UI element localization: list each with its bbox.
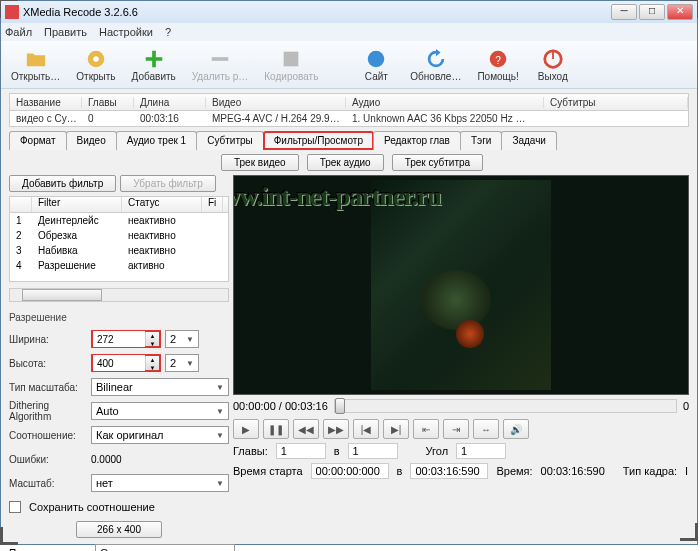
video-preview: www.int-net-partner.ru bbox=[233, 175, 689, 395]
video-frame bbox=[371, 180, 551, 390]
time-display: 00:00:00 / 00:03:16 bbox=[233, 400, 328, 412]
width-label: Ширина: bbox=[9, 334, 87, 345]
track-subtitle-button[interactable]: Трек субтитра bbox=[392, 154, 484, 171]
open-file-button[interactable]: Открыть… bbox=[7, 46, 64, 84]
corner-decor bbox=[0, 527, 18, 545]
height-label: Высота: bbox=[9, 358, 87, 369]
width-input[interactable]: ▲▼ bbox=[91, 330, 161, 348]
corner-decor bbox=[680, 523, 698, 541]
window-title: XMedia Recode 3.2.6.6 bbox=[23, 6, 611, 18]
titlebar: XMedia Recode 3.2.6.6 ─ □ ✕ bbox=[1, 1, 697, 23]
ratio-select[interactable]: Как оригинал▼ bbox=[91, 426, 229, 444]
add-button[interactable]: Добавить bbox=[128, 46, 180, 84]
svg-text:?: ? bbox=[495, 54, 501, 65]
height-input[interactable]: ▲▼ bbox=[91, 354, 161, 372]
dither-select[interactable]: Auto▼ bbox=[91, 402, 229, 420]
angle-value[interactable]: 1 bbox=[456, 443, 506, 459]
add-filter-button[interactable]: Добавить фильтр bbox=[9, 175, 116, 192]
filter-table: FilterСтатусFi 1Деинтерлейснеактивно 2Об… bbox=[9, 196, 229, 282]
svg-point-1 bbox=[93, 56, 99, 62]
start-time[interactable]: 00:00:00:000 bbox=[311, 463, 389, 479]
help-button[interactable]: ?Помощь! bbox=[473, 46, 522, 84]
tab-chapters[interactable]: Редактор глав bbox=[373, 131, 461, 150]
close-button[interactable]: ✕ bbox=[667, 4, 693, 20]
mark-out-button[interactable]: ⇥ bbox=[443, 419, 469, 439]
height-step-select[interactable]: 2▼ bbox=[165, 354, 199, 372]
svg-rect-8 bbox=[552, 49, 554, 58]
app-icon bbox=[5, 5, 19, 19]
svg-rect-3 bbox=[284, 51, 299, 66]
h-scrollbar[interactable] bbox=[9, 288, 229, 302]
update-button[interactable]: Обновле… bbox=[406, 46, 465, 84]
remove-button[interactable]: Удалить р… bbox=[188, 46, 253, 84]
scale-select[interactable]: Bilinear▼ bbox=[91, 378, 229, 396]
dest-select[interactable]: Сохранить в папку▼ bbox=[95, 544, 235, 551]
menu-edit[interactable]: Править bbox=[44, 26, 87, 38]
tab-format[interactable]: Формат bbox=[9, 131, 67, 150]
filter-row[interactable]: 2Обрезканеактивно bbox=[10, 228, 228, 243]
encode-button[interactable]: Кодировать bbox=[260, 46, 322, 84]
file-list-header: Название Главы Длина Видео Аудио Субтитр… bbox=[9, 93, 689, 111]
duration-value: 00:03:16:590 bbox=[541, 465, 605, 477]
maximize-button[interactable]: □ bbox=[639, 4, 665, 20]
remove-filter-button[interactable]: Убрать фильтр bbox=[120, 175, 216, 192]
end-time[interactable]: 00:03:16:590 bbox=[410, 463, 488, 479]
svg-rect-2 bbox=[212, 57, 229, 61]
tab-filters-preview[interactable]: Фильтры/Просмотр bbox=[263, 131, 374, 150]
seek-slider[interactable] bbox=[334, 399, 677, 413]
minimize-button[interactable]: ─ bbox=[611, 4, 637, 20]
resolution-section: Разрешение bbox=[9, 312, 229, 323]
menu-help[interactable]: ? bbox=[165, 26, 171, 38]
sound-button[interactable]: 🔊 bbox=[503, 419, 529, 439]
prev-button[interactable]: ◀◀ bbox=[293, 419, 319, 439]
track-video-button[interactable]: Трек видео bbox=[221, 154, 299, 171]
zoom-select[interactable]: нет▼ bbox=[91, 474, 229, 492]
track-audio-button[interactable]: Трек аудио bbox=[307, 154, 384, 171]
next-button[interactable]: ▶▶ bbox=[323, 419, 349, 439]
filter-row[interactable]: 1Деинтерлейснеактивно bbox=[10, 213, 228, 228]
menu-settings[interactable]: Настройки bbox=[99, 26, 153, 38]
tab-subtitles[interactable]: Субтитры bbox=[196, 131, 264, 150]
tab-jobs[interactable]: Задачи bbox=[501, 131, 557, 150]
tab-tags[interactable]: Тэги bbox=[460, 131, 502, 150]
file-list-row[interactable]: видео с Cy… 0 00:03:16 MPEG-4 AVC / H.26… bbox=[9, 111, 689, 127]
filter-row[interactable]: 3Набивканеактивно bbox=[10, 243, 228, 258]
toolbar: Открыть… Открыть Добавить Удалить р… Код… bbox=[1, 41, 697, 89]
filter-row[interactable]: 4Разрешениеактивно bbox=[10, 258, 228, 273]
error-value: 0.0000 bbox=[91, 454, 122, 465]
keep-ratio-checkbox[interactable] bbox=[9, 501, 21, 513]
tab-video[interactable]: Видео bbox=[66, 131, 117, 150]
step-back-button[interactable]: |◀ bbox=[353, 419, 379, 439]
tab-audio[interactable]: Аудио трек 1 bbox=[116, 131, 197, 150]
tab-bar: Формат Видео Аудио трек 1 Субтитры Фильт… bbox=[9, 131, 689, 150]
open-disc-button[interactable]: Открыть bbox=[72, 46, 119, 84]
play-button[interactable]: ▶ bbox=[233, 419, 259, 439]
chapter-from[interactable]: 1 bbox=[276, 443, 326, 459]
dimensions-button[interactable]: 266 x 400 bbox=[76, 521, 162, 538]
width-step-select[interactable]: 2▼ bbox=[165, 330, 199, 348]
pause-button[interactable]: ❚❚ bbox=[263, 419, 289, 439]
menu-file[interactable]: Файл bbox=[5, 26, 32, 38]
range-button[interactable]: ↔ bbox=[473, 419, 499, 439]
exit-button[interactable]: Выход bbox=[531, 46, 575, 84]
frame-type: I bbox=[685, 465, 688, 477]
step-fwd-button[interactable]: ▶| bbox=[383, 419, 409, 439]
menubar: Файл Править Настройки ? bbox=[1, 23, 697, 41]
mark-in-button[interactable]: ⇤ bbox=[413, 419, 439, 439]
chapter-to[interactable]: 1 bbox=[348, 443, 398, 459]
svg-point-4 bbox=[368, 50, 385, 67]
site-button[interactable]: Сайт bbox=[354, 46, 398, 84]
